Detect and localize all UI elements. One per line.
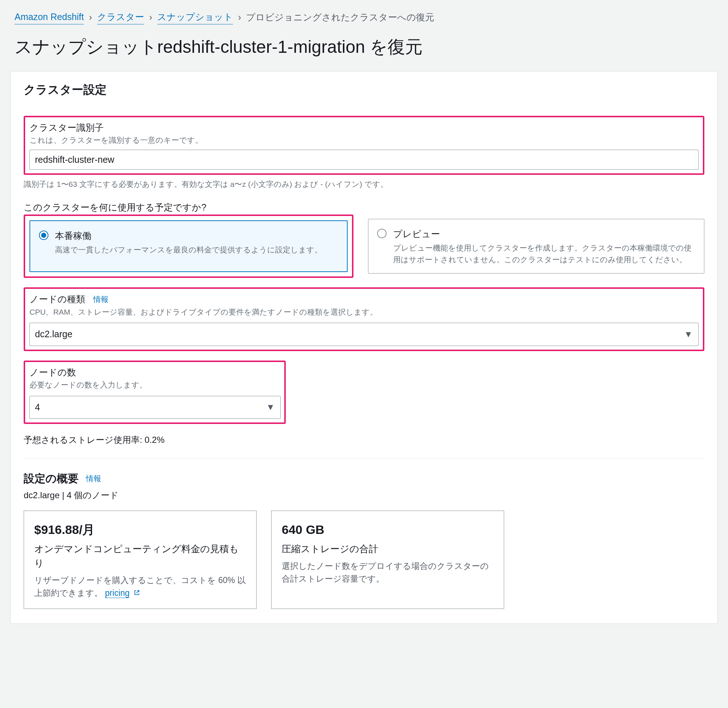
- summary-storage-box: 640 GB 圧縮ストレージの合計 選択したノード数をデプロイする場合のクラスタ…: [271, 511, 504, 609]
- divider: [24, 458, 704, 458]
- summary-info-link[interactable]: 情報: [86, 473, 101, 485]
- breadcrumb-link-snapshots[interactable]: スナップショット: [157, 10, 233, 25]
- usage-option-preview[interactable]: プレビュー プレビュー機能を使用してクラスターを作成します。クラスターの本稼働環…: [368, 219, 704, 274]
- radio-icon: [377, 229, 386, 238]
- summary-pricing-note: リザーブドノードを購入することで、コストを 60% 以上節約できます。 pric…: [34, 574, 246, 599]
- node-type-label-text: ノードの種類: [29, 292, 85, 306]
- node-count-label: ノードの数: [29, 366, 280, 380]
- summary-pricing-label: オンデマンドコンピューティング料金の見積もり: [34, 542, 246, 570]
- cluster-settings-panel: クラスター設定 クラスター識別子 これは、クラスターを識別する一意のキーです。 …: [10, 71, 718, 624]
- node-type-highlight: ノードの種類 情報 CPU、RAM、ストレージ容量、およびドライブタイプの要件を…: [24, 287, 704, 351]
- summary-storage-amount: 640 GB: [282, 521, 494, 539]
- cluster-identifier-input[interactable]: [29, 150, 699, 170]
- summary-storage-note: 選択したノード数をデプロイする場合のクラスターの合計ストレージ容量です。: [282, 560, 494, 585]
- panel-title: クラスター設定: [24, 81, 704, 98]
- summary-subtext: dc2.large | 4 個のノード: [24, 489, 704, 502]
- external-link-icon: [133, 588, 140, 598]
- usage-options-row: 本番稼働 高速で一貫したパフォーマンスを最良の料金で提供するように設定します。 …: [24, 215, 704, 278]
- summary-pricing-amount: $916.88/月: [34, 521, 246, 539]
- summary-pricing-box: $916.88/月 オンデマンドコンピューティング料金の見積もり リザーブドノー…: [24, 511, 257, 609]
- usage-question-label: このクラスターを何に使用する予定ですか?: [24, 201, 704, 215]
- predicted-storage-usage: 予想されるストレージ使用率: 0.2%: [24, 434, 704, 447]
- node-type-info-link[interactable]: 情報: [93, 293, 109, 305]
- node-count-description: 必要なノードの数を入力します。: [29, 379, 280, 391]
- usage-preview-title: プレビュー: [393, 227, 695, 241]
- cluster-identifier-label: クラスター識別子: [29, 121, 699, 135]
- node-count-highlight: ノードの数 必要なノードの数を入力します。 4 ▼: [24, 361, 286, 424]
- breadcrumb-link-clusters[interactable]: クラスター: [97, 10, 144, 25]
- node-type-label: ノードの種類 情報: [29, 292, 699, 306]
- radio-icon: [39, 231, 48, 240]
- chevron-right-icon: ›: [149, 10, 152, 25]
- usage-production-description: 高速で一貫したパフォーマンスを最良の料金で提供するように設定します。: [55, 244, 322, 256]
- pricing-link[interactable]: pricing: [105, 588, 130, 598]
- summary-storage-label: 圧縮ストレージの合計: [282, 542, 494, 556]
- node-count-select[interactable]: 4: [29, 396, 281, 419]
- cluster-identifier-constraint: 識別子は 1〜63 文字にする必要があります。有効な文字は a〜z (小文字のみ…: [24, 178, 704, 190]
- chevron-right-icon: ›: [89, 10, 92, 25]
- breadcrumb-current: プロビジョニングされたクラスターへの復元: [246, 10, 434, 25]
- breadcrumb: Amazon Redshift › クラスター › スナップショット › プロビ…: [0, 0, 728, 31]
- usage-option-production[interactable]: 本番稼働 高速で一貫したパフォーマンスを最良の料金で提供するように設定します。: [29, 221, 347, 273]
- cluster-identifier-description: これは、クラスターを識別する一意のキーです。: [29, 134, 699, 146]
- node-type-description: CPU、RAM、ストレージ容量、およびドライブタイプの要件を満たすノードの種類を…: [29, 306, 699, 318]
- cluster-identifier-highlight: クラスター識別子 これは、クラスターを識別する一意のキーです。: [24, 116, 704, 175]
- chevron-right-icon: ›: [238, 10, 241, 25]
- usage-preview-description: プレビュー機能を使用してクラスターを作成します。クラスターの本稼働環境での使用は…: [393, 242, 695, 265]
- summary-title: 設定の概要: [24, 470, 79, 487]
- usage-production-highlight: 本番稼働 高速で一貫したパフォーマンスを最良の料金で提供するように設定します。: [24, 215, 353, 278]
- page-title: スナップショットredshift-cluster-1-migration を復元: [0, 31, 728, 71]
- usage-production-title: 本番稼働: [55, 229, 322, 243]
- breadcrumb-link-redshift[interactable]: Amazon Redshift: [14, 10, 84, 25]
- node-type-select[interactable]: dc2.large: [29, 323, 699, 346]
